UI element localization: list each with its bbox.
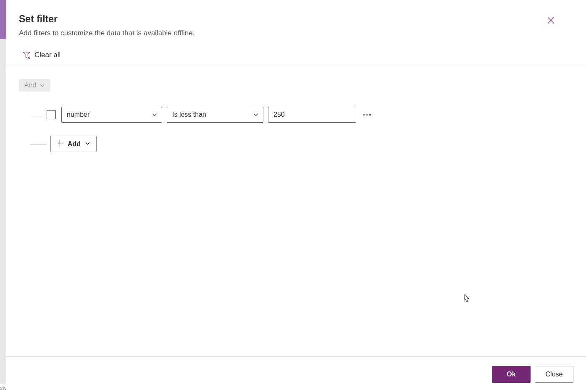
chevron-down-icon: [39, 83, 45, 88]
filter-condition-row: number Is less than: [47, 107, 373, 123]
close-button[interactable]: [546, 15, 556, 25]
group-operator-label: And: [24, 82, 36, 89]
group-operator-dropdown[interactable]: And: [19, 79, 50, 92]
row-checkbox[interactable]: [47, 110, 56, 119]
add-label: Add: [68, 140, 81, 148]
panel-title: Set filter: [19, 13, 573, 25]
panel-footer: Ok Close: [6, 356, 586, 392]
chevron-down-icon: [152, 112, 158, 118]
close-footer-button[interactable]: Close: [535, 366, 573, 383]
panel-toolbar: Clear all: [6, 45, 586, 67]
operator-value: Is less than: [172, 111, 206, 118]
tree-connector-row: [30, 115, 43, 115]
field-dropdown[interactable]: number: [61, 107, 162, 123]
ok-button[interactable]: Ok: [492, 366, 531, 383]
clear-all-button[interactable]: Clear all: [22, 49, 60, 61]
background-accent-top: [0, 0, 6, 39]
background-left-strip: [0, 39, 6, 384]
panel-subtitle: Add filters to customize the data that i…: [19, 29, 573, 37]
add-button[interactable]: Add: [50, 136, 97, 152]
chevron-down-icon: [85, 140, 90, 148]
more-icon: [363, 114, 365, 115]
tree-connector-add: [30, 144, 47, 145]
panel-header: Set filter Add filters to customize the …: [6, 0, 586, 45]
filter-content: And number Is less than: [6, 67, 586, 356]
more-icon: [366, 114, 368, 115]
ok-label: Ok: [507, 371, 515, 378]
row-more-button[interactable]: [361, 111, 373, 118]
chevron-down-icon: [253, 112, 259, 118]
value-input[interactable]: [268, 107, 356, 123]
tree-connector-vertical: [30, 95, 30, 144]
plus-icon: [56, 139, 63, 148]
background-fragment-text: siv: [0, 385, 7, 391]
close-icon: [547, 17, 554, 24]
operator-dropdown[interactable]: Is less than: [167, 107, 263, 123]
field-value: number: [67, 111, 89, 118]
filter-panel: Set filter Add filters to customize the …: [6, 0, 586, 392]
more-icon: [369, 114, 371, 115]
clear-all-label: Clear all: [34, 51, 60, 59]
clear-filter-icon: [22, 51, 31, 59]
close-label: Close: [546, 371, 563, 378]
